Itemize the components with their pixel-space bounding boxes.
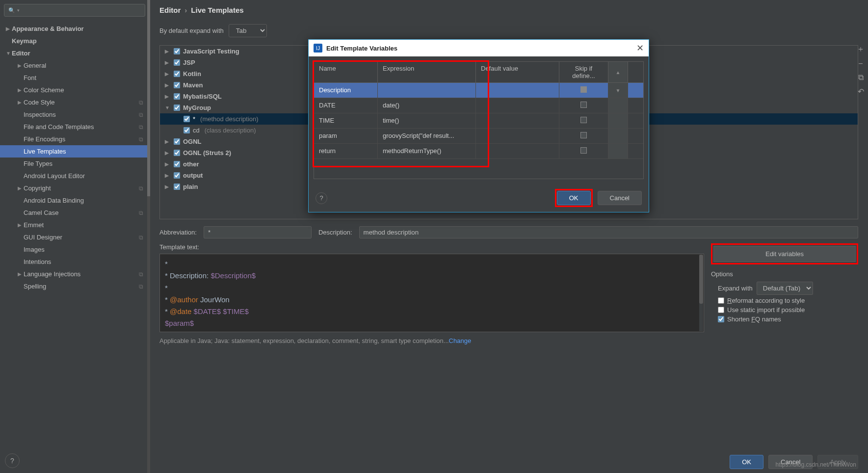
copy-icon: ⧉ <box>139 136 143 143</box>
settings-apply-button[interactable]: Apply <box>817 455 858 469</box>
sidebar-scrollbar[interactable] <box>147 0 150 473</box>
options-title: Options <box>711 270 858 278</box>
col-name: Name <box>314 62 378 82</box>
shorten-fq-checkbox[interactable] <box>718 316 724 322</box>
help-button[interactable]: ? <box>5 453 20 468</box>
sidebar-item-copyright[interactable]: ▶Copyright⧉ <box>0 182 149 194</box>
settings-ok-button[interactable]: OK <box>730 455 763 469</box>
edit-variables-button[interactable]: Edit variables <box>713 246 856 262</box>
table-row[interactable]: TIMEtime() <box>314 113 643 129</box>
sidebar-item-camel-case[interactable]: Camel Case⧉ <box>0 207 149 219</box>
sidebar-item-android-data-binding[interactable]: Android Data Binding <box>0 194 149 207</box>
sidebar-item-keymap[interactable]: Keymap <box>0 35 149 47</box>
template-checkbox[interactable] <box>174 93 180 100</box>
col-skip: Skip if define... <box>559 62 608 82</box>
template-text-label: Template text: <box>159 243 704 251</box>
close-icon[interactable]: ✕ <box>636 43 644 53</box>
template-checkbox[interactable] <box>174 172 180 179</box>
desc-label: Description: <box>318 229 352 236</box>
sidebar-item-spelling[interactable]: Spelling⧉ <box>0 280 149 292</box>
expand-with-select[interactable]: Default (Tab) <box>757 282 813 295</box>
sidebar-item-gui-designer[interactable]: GUI Designer⧉ <box>0 231 149 243</box>
sidebar-item-file-encodings[interactable]: File Encodings⧉ <box>0 133 149 145</box>
skip-checkbox[interactable] <box>580 117 587 123</box>
template-checkbox[interactable] <box>174 71 180 77</box>
table-row[interactable]: DATEdate() <box>314 98 643 113</box>
template-checkbox[interactable] <box>174 138 180 145</box>
shorten-fq-label: Shorten FQ names <box>727 315 781 323</box>
move-up-icon[interactable]: ▲ <box>616 70 621 75</box>
template-checkbox[interactable] <box>174 59 180 66</box>
remove-icon[interactable]: − <box>858 59 863 68</box>
template-toolbar: ＋ − ⧉ ↶ <box>853 39 868 96</box>
edit-vars-highlight: Edit variables <box>711 243 858 264</box>
sidebar-item-inspections[interactable]: Inspections⧉ <box>0 108 149 121</box>
abbrev-label: Abbreviation: <box>159 229 197 236</box>
edit-template-variables-dialog: IJ Edit Template Variables ✕ Name Expres… <box>308 39 649 212</box>
table-row[interactable]: Description▼ <box>314 83 643 98</box>
table-row[interactable]: paramgroovyScript("def result... <box>314 129 643 144</box>
static-import-checkbox[interactable] <box>718 307 724 313</box>
reorder-controls: ▲ <box>608 62 628 82</box>
table-row[interactable]: returnmethodReturnType() <box>314 144 643 159</box>
static-import-label: Use static import if possible <box>727 306 805 314</box>
sidebar-item-color-scheme[interactable]: ▶Color Scheme <box>0 84 149 96</box>
sidebar-item-file-and-code-templates[interactable]: File and Code Templates⧉ <box>0 121 149 133</box>
template-checkbox[interactable] <box>174 150 180 156</box>
sidebar-item-code-style[interactable]: ▶Code Style⧉ <box>0 96 149 108</box>
skip-checkbox[interactable] <box>580 86 587 93</box>
copy-icon: ⧉ <box>139 124 143 131</box>
abbrev-input[interactable] <box>204 226 312 238</box>
undo-icon[interactable]: ↶ <box>858 87 864 96</box>
skip-checkbox[interactable] <box>580 132 587 138</box>
template-checkbox[interactable] <box>184 116 190 122</box>
sidebar-item-file-types[interactable]: File Types <box>0 158 149 170</box>
sidebar-item-appearance-behavior[interactable]: ▶Appearance & Behavior <box>0 23 149 35</box>
sidebar-item-font[interactable]: Font <box>0 72 149 84</box>
dialog-help-button[interactable]: ? <box>316 192 327 204</box>
copy-icon: ⧉ <box>139 283 143 290</box>
applicable-contexts: Applicable in Java; Java: statement, exp… <box>159 337 858 344</box>
add-icon[interactable]: ＋ <box>857 44 865 54</box>
sidebar-item-editor[interactable]: ▼Editor <box>0 47 149 59</box>
copy-icon[interactable]: ⧉ <box>858 73 864 82</box>
desc-input[interactable] <box>359 226 858 238</box>
template-checkbox[interactable] <box>174 184 180 190</box>
copy-icon: ⧉ <box>139 111 143 118</box>
col-expression: Expression <box>378 62 476 82</box>
skip-checkbox[interactable] <box>580 102 587 108</box>
search-input[interactable] <box>4 4 145 17</box>
expand-select[interactable]: Tab <box>229 24 267 37</box>
copy-icon: ⧉ <box>139 271 143 278</box>
reformat-label: Reformat according to style <box>727 297 805 304</box>
copy-icon: ⧉ <box>139 185 143 192</box>
code-scrollbar[interactable] <box>699 255 703 331</box>
template-checkbox[interactable] <box>174 105 180 111</box>
move-down-icon[interactable]: ▼ <box>616 88 621 93</box>
dialog-title: Edit Template Variables <box>326 45 397 52</box>
sidebar-item-emmet[interactable]: ▶Emmet <box>0 219 149 231</box>
template-checkbox[interactable] <box>174 48 180 54</box>
sidebar-item-android-layout-editor[interactable]: Android Layout Editor <box>0 170 149 182</box>
settings-sidebar: ▶Appearance & BehaviorKeymap▼Editor▶Gene… <box>0 0 150 473</box>
sidebar-item-images[interactable]: Images <box>0 243 149 256</box>
template-checkbox[interactable] <box>184 127 190 133</box>
bottom-buttons: OK Cancel Apply <box>730 455 858 469</box>
sidebar-item-intentions[interactable]: Intentions <box>0 256 149 268</box>
skip-checkbox[interactable] <box>580 147 587 154</box>
sidebar-item-language-injections[interactable]: ▶Language Injections⧉ <box>0 268 149 280</box>
cancel-button[interactable]: Cancel <box>598 191 642 205</box>
template-checkbox[interactable] <box>174 161 180 167</box>
settings-cancel-button[interactable]: Cancel <box>768 455 813 469</box>
sidebar-item-live-templates[interactable]: Live Templates <box>0 145 149 158</box>
change-link[interactable]: Change <box>449 337 472 344</box>
expand-label: By default expand with <box>159 27 224 34</box>
dialog-titlebar: IJ Edit Template Variables ✕ <box>309 40 649 56</box>
reformat-checkbox[interactable] <box>718 297 724 304</box>
intellij-icon: IJ <box>314 44 322 53</box>
copy-icon: ⧉ <box>139 210 143 216</box>
sidebar-item-general[interactable]: ▶General <box>0 59 149 72</box>
template-checkbox[interactable] <box>174 82 180 88</box>
ok-button[interactable]: OK <box>557 191 591 205</box>
template-text-editor[interactable]: * * Description: $Description$ * * @auth… <box>159 254 704 332</box>
